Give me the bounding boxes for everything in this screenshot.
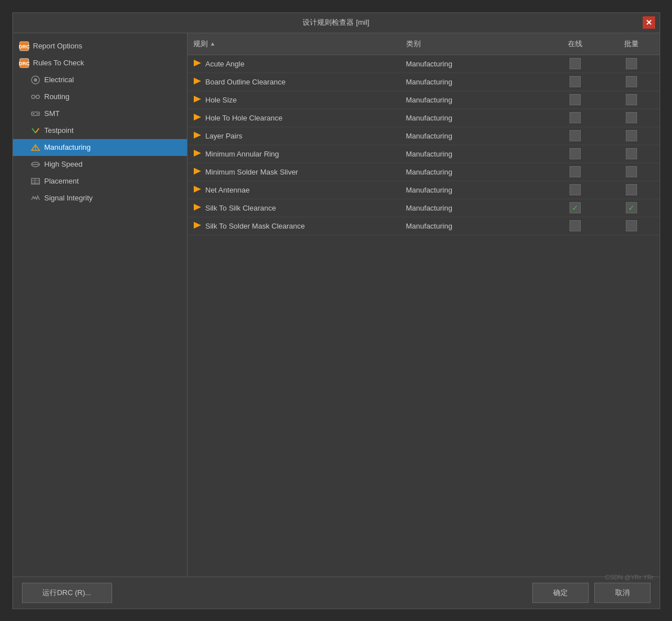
svg-text:DRC: DRC <box>19 44 30 50</box>
svg-marker-23 <box>194 60 201 66</box>
batch-checkbox[interactable] <box>626 58 637 69</box>
rule-cell: Silk To Solder Mask Clearance <box>188 218 400 234</box>
category-cell: Manufacturing <box>400 129 547 143</box>
batch-checkbox[interactable] <box>626 148 637 159</box>
close-button[interactable]: ✕ <box>643 16 655 29</box>
online-checkbox[interactable] <box>569 148 581 159</box>
table-row: Minimum Solder Mask SliverManufacturing <box>188 163 660 181</box>
high-speed-label: High Speed <box>44 160 83 168</box>
sidebar-item-manufacturing[interactable]: Manufacturing <box>13 139 187 156</box>
sidebar-item-testpoint[interactable]: Testpoint <box>13 122 187 139</box>
batch-checkbox[interactable] <box>626 112 637 123</box>
col-batch-label: 批量 <box>624 39 639 49</box>
col-category-label: 类别 <box>406 39 421 49</box>
batch-checkbox[interactable] <box>626 94 637 105</box>
batch-checkbox[interactable]: ✓ <box>626 202 637 213</box>
table-row: Acute AngleManufacturing <box>188 55 660 73</box>
rule-flag-icon <box>193 149 206 159</box>
table-row: Board Outline ClearanceManufacturing <box>188 73 660 91</box>
rule-flag-icon <box>193 221 206 231</box>
rule-name: Board Outline Clearance <box>206 78 286 86</box>
batch-checkbox-cell <box>603 109 660 126</box>
online-checkbox-cell <box>547 163 603 180</box>
online-checkbox-cell <box>547 73 603 90</box>
batch-checkbox-cell <box>603 217 660 234</box>
batch-checkbox-cell <box>603 73 660 90</box>
batch-checkbox-cell: ✓ <box>603 199 660 216</box>
testpoint-icon <box>30 125 41 136</box>
online-checkbox-cell <box>547 145 603 162</box>
category-cell: Manufacturing <box>400 147 547 161</box>
online-checkbox[interactable] <box>569 76 581 87</box>
report-options-label: Report Options <box>33 42 82 50</box>
batch-checkbox-cell <box>603 163 660 180</box>
svg-point-6 <box>32 95 35 99</box>
left-panel: DRC Report Options DRC Rules To Check <box>13 33 188 577</box>
online-checkbox[interactable]: ✓ <box>569 202 581 213</box>
rule-flag-icon <box>193 113 206 123</box>
category-cell: Manufacturing <box>400 111 547 125</box>
sidebar-item-rules-to-check[interactable]: DRC Rules To Check <box>13 55 187 72</box>
placement-label: Placement <box>44 177 79 185</box>
svg-marker-27 <box>194 132 201 139</box>
col-online: 在线 <box>547 37 603 51</box>
online-checkbox[interactable] <box>569 130 581 141</box>
svg-marker-29 <box>194 168 201 175</box>
category-cell: Manufacturing <box>400 75 547 89</box>
online-checkbox[interactable] <box>569 220 581 231</box>
table-header: 规则 ▲ 类别 在线 批量 <box>188 33 660 55</box>
table-row: Silk To Solder Mask ClearanceManufacturi… <box>188 217 660 235</box>
sidebar-item-high-speed[interactable]: High Speed <box>13 156 187 173</box>
online-checkbox[interactable] <box>569 112 581 123</box>
rule-flag-icon <box>193 167 206 177</box>
rule-cell: Silk To Silk Clearance <box>188 200 400 216</box>
online-checkbox[interactable] <box>569 166 581 177</box>
online-checkbox-cell <box>547 109 603 126</box>
batch-checkbox[interactable] <box>626 220 637 231</box>
sidebar-item-signal-integrity[interactable]: Signal Integrity <box>13 190 187 207</box>
sidebar-item-electrical[interactable]: Electrical <box>13 72 187 88</box>
online-checkbox-cell <box>547 55 603 72</box>
sidebar-item-routing[interactable]: Routing <box>13 88 187 105</box>
category-cell: Manufacturing <box>400 57 547 71</box>
batch-checkbox[interactable] <box>626 76 637 87</box>
smt-label: SMT <box>44 109 60 118</box>
ok-button[interactable]: 确定 <box>532 583 589 603</box>
cancel-button[interactable]: 取消 <box>594 583 651 603</box>
batch-checkbox[interactable] <box>626 166 637 177</box>
sidebar-item-smt[interactable]: SMT <box>13 105 187 122</box>
rule-cell: Hole To Hole Clearance <box>188 110 400 126</box>
rule-cell: Minimum Annular Ring <box>188 146 400 162</box>
svg-marker-31 <box>194 204 201 211</box>
online-checkbox-cell <box>547 127 603 144</box>
online-checkbox[interactable] <box>569 184 581 195</box>
online-checkbox-cell: ✓ <box>547 199 603 216</box>
signal-integrity-icon <box>30 193 41 204</box>
watermark: CSDN @YRr YRr <box>605 574 653 580</box>
col-rule[interactable]: 规则 ▲ <box>188 37 400 51</box>
main-content: DRC Report Options DRC Rules To Check <box>13 33 660 577</box>
window-title: 设计规则检查器 [mil] <box>30 17 643 28</box>
table-row: Minimum Annular RingManufacturing <box>188 145 660 163</box>
run-drc-button[interactable]: 运行DRC (R)... <box>22 583 112 603</box>
table-row: Hole SizeManufacturing <box>188 91 660 109</box>
batch-checkbox-cell <box>603 181 660 198</box>
rule-name: Silk To Silk Clearance <box>206 204 276 212</box>
rule-name: Acute Angle <box>206 60 244 68</box>
svg-point-16 <box>35 149 36 150</box>
table-row: Layer PairsManufacturing <box>188 127 660 145</box>
sidebar-item-report-options[interactable]: DRC Report Options <box>13 38 187 55</box>
batch-checkbox[interactable] <box>626 184 637 195</box>
online-checkbox-cell <box>547 217 603 234</box>
dialog-window: 设计规则检查器 [mil] ✕ DRC Report Options <box>12 12 660 609</box>
high-speed-icon <box>30 159 41 170</box>
batch-checkbox[interactable] <box>626 130 637 141</box>
online-checkbox[interactable] <box>569 58 581 69</box>
sidebar-item-placement[interactable]: Placement <box>13 173 187 190</box>
rule-cell: Board Outline Clearance <box>188 74 400 90</box>
rule-name: Minimum Annular Ring <box>206 150 279 158</box>
routing-label: Routing <box>44 92 70 101</box>
online-checkbox-cell <box>547 91 603 108</box>
batch-checkbox-cell <box>603 91 660 108</box>
online-checkbox[interactable] <box>569 94 581 105</box>
